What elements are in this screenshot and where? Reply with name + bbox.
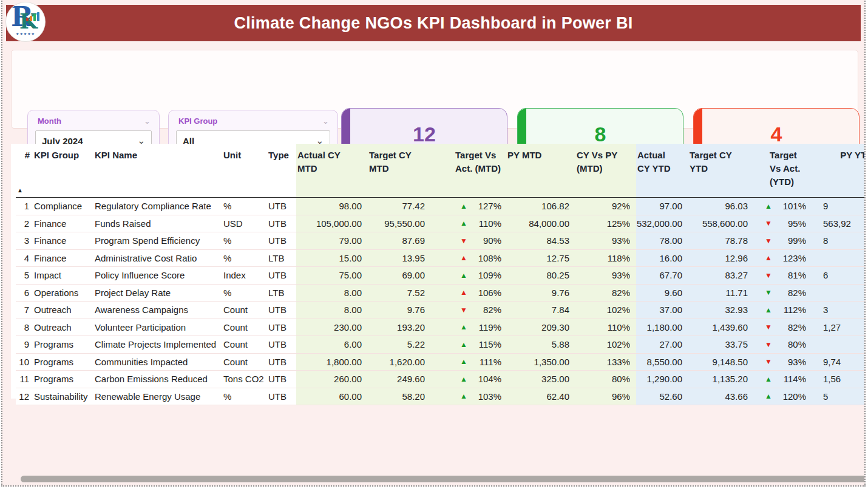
column-header-py_mtd[interactable]: PY MTD bbox=[506, 144, 575, 197]
cell-tva_mtd: ▲111% bbox=[431, 354, 506, 371]
chevron-down-icon[interactable]: ⌄ bbox=[144, 118, 151, 124]
filter-card-panel: Month ⌄ July 2024 ⌄ KPI Group ⌄ All ⌄ bbox=[11, 50, 858, 129]
cell-target_mtd: 13.95 bbox=[368, 250, 431, 267]
table-row[interactable]: 3FinanceProgram Spend Efficiency%UTB79.0… bbox=[16, 232, 866, 250]
variance-percent: 80% bbox=[778, 339, 806, 349]
cell-unit: USD bbox=[222, 215, 267, 232]
cell-actual_mtd: 6.00 bbox=[296, 336, 368, 353]
cell-num: 6 bbox=[16, 285, 33, 302]
cell-name: Renewable Energy Usage bbox=[93, 388, 222, 405]
column-header-label: KPI Name bbox=[95, 149, 137, 162]
cell-type: UTB bbox=[267, 354, 296, 371]
table-row[interactable]: 1ComplianceRegulatory Compliance Rate%UT… bbox=[16, 198, 866, 215]
cell-actual_ytd: 78.00 bbox=[636, 232, 688, 249]
triangle-down-icon: ▼ bbox=[460, 306, 473, 314]
table-row[interactable]: 2FinanceFunds RaisedUSDUTB105,000.0095,5… bbox=[16, 215, 866, 233]
column-header-tva_ytd[interactable]: Target Vs Act. (YTD) bbox=[754, 144, 811, 197]
triangle-up-icon: ▲ bbox=[460, 219, 473, 228]
column-header-cyvpy_mtd[interactable]: CY Vs PY (MTD) bbox=[575, 144, 636, 197]
cell-py_ytd: 1,56 bbox=[811, 371, 866, 388]
cell-num: 10 bbox=[16, 354, 33, 371]
table-row[interactable]: 11ProgramsCarbon Emissions ReducedTons C… bbox=[16, 371, 866, 388]
column-header-actual_mtd[interactable]: Actual CY MTD bbox=[296, 144, 368, 197]
table-header-row: #▲KPI GroupKPI NameUnitTypeActual CY MTD… bbox=[16, 144, 866, 198]
column-header-group[interactable]: KPI Group bbox=[33, 144, 93, 197]
triangle-up-icon: ▲ bbox=[460, 254, 473, 262]
cell-py_mtd: 5.88 bbox=[506, 336, 575, 353]
cell-target_ytd: 96.03 bbox=[688, 198, 754, 215]
table-row[interactable]: 7OutreachAwareness CampaignsCountUTB8.00… bbox=[16, 302, 866, 319]
cell-target_mtd: 87.69 bbox=[368, 232, 431, 249]
cell-type: UTB bbox=[267, 215, 296, 232]
cell-name: Administrative Cost Ratio bbox=[93, 250, 222, 267]
table-row[interactable]: 10ProgramsCommunities ImpactedCountUTB1,… bbox=[16, 354, 866, 371]
variance-percent: 103% bbox=[473, 391, 501, 402]
cell-actual_mtd: 260.00 bbox=[296, 371, 368, 388]
cell-py_mtd: 7.84 bbox=[506, 302, 575, 319]
cell-name: Volunteer Participation bbox=[93, 319, 222, 336]
table-row[interactable]: 9ProgramsClimate Projects ImplementedCou… bbox=[16, 336, 866, 354]
cell-unit: Index bbox=[222, 267, 267, 284]
column-header-num[interactable]: #▲ bbox=[16, 144, 33, 197]
column-header-label: KPI Group bbox=[34, 149, 79, 162]
table-row[interactable]: 5ImpactPolicy Influence ScoreIndexUTB75.… bbox=[16, 267, 866, 285]
variance-percent: 82% bbox=[778, 288, 806, 298]
cell-type: UTB bbox=[267, 388, 296, 405]
variance-percent: 104% bbox=[473, 374, 501, 384]
table-row[interactable]: 6OperationsProject Delay Rate%LTB8.007.5… bbox=[16, 285, 866, 302]
cell-num: 2 bbox=[16, 215, 33, 232]
variance-percent: 90% bbox=[473, 235, 501, 246]
cell-py_mtd: 84.53 bbox=[506, 232, 575, 249]
cell-target_ytd: 1,135.20 bbox=[688, 371, 754, 388]
table-body: 1ComplianceRegulatory Compliance Rate%UT… bbox=[16, 198, 866, 405]
cell-target_mtd: 5.22 bbox=[368, 336, 431, 353]
cell-py_mtd: 325.00 bbox=[506, 371, 575, 388]
cell-actual_mtd: 8.00 bbox=[296, 285, 368, 302]
column-header-type[interactable]: Type bbox=[267, 144, 296, 197]
column-header-actual_ytd[interactable]: Actual CY YTD bbox=[636, 144, 688, 197]
cell-tva_mtd: ▼90% bbox=[431, 232, 506, 249]
triangle-up-icon: ▲ bbox=[460, 340, 473, 349]
variance-percent: 101% bbox=[778, 201, 806, 211]
horizontal-scrollbar-thumb[interactable] bbox=[21, 476, 866, 482]
logo-stars: ★★★★★ bbox=[6, 32, 45, 36]
column-header-target_ytd[interactable]: Target CY YTD bbox=[688, 144, 754, 197]
table-row[interactable]: 4FinanceAdministrative Cost Ratio%LTB15.… bbox=[16, 250, 866, 268]
cell-num: 11 bbox=[16, 371, 33, 388]
cell-type: UTB bbox=[267, 267, 296, 284]
table-row[interactable]: 12SustainabilityRenewable Energy Usage%U… bbox=[16, 388, 866, 406]
app-header: Climate Change NGOs KPI Dashboard in Pow… bbox=[6, 5, 861, 41]
cell-actual_ytd: 8,550.00 bbox=[636, 354, 688, 371]
cell-py_ytd: 8 bbox=[811, 232, 866, 249]
cell-type: UTB bbox=[267, 198, 296, 215]
kpi-group-slicer-label: KPI Group bbox=[178, 116, 217, 126]
variance-percent: 115% bbox=[473, 339, 501, 349]
column-header-py_ytd[interactable]: PY YTD bbox=[811, 144, 866, 197]
cell-cyvpy_mtd: 102% bbox=[575, 302, 636, 319]
triangle-down-icon: ▼ bbox=[765, 271, 778, 280]
variance-percent: 120% bbox=[778, 391, 806, 402]
column-header-unit[interactable]: Unit bbox=[222, 144, 267, 197]
table-row[interactable]: 8OutreachVolunteer ParticipationCountUTB… bbox=[16, 319, 866, 337]
column-header-name[interactable]: KPI Name bbox=[93, 144, 222, 197]
cell-name: Regulatory Compliance Rate bbox=[93, 198, 222, 215]
column-header-tva_mtd[interactable]: Target Vs Act. (MTD) bbox=[431, 144, 506, 197]
cell-unit: Count bbox=[222, 302, 267, 319]
cell-tva_mtd: ▲127% bbox=[431, 198, 506, 215]
triangle-up-icon: ▲ bbox=[460, 271, 473, 280]
cell-target_ytd: 32.93 bbox=[688, 302, 754, 319]
variance-percent: 82% bbox=[473, 305, 501, 315]
column-header-target_mtd[interactable]: Target CY MTD bbox=[368, 144, 431, 197]
cell-tva_ytd: ▲101% bbox=[754, 198, 811, 215]
cell-py_mtd: 62.40 bbox=[506, 388, 575, 405]
cell-target_ytd: 9,148.50 bbox=[688, 354, 754, 371]
cell-name: Policy Influence Score bbox=[93, 267, 222, 284]
cell-actual_ytd: 97.00 bbox=[636, 198, 688, 215]
column-header-label: Target CY YTD bbox=[690, 149, 738, 175]
chevron-down-icon[interactable]: ⌄ bbox=[322, 118, 329, 124]
cell-name: Communities Impacted bbox=[93, 354, 222, 371]
variance-percent: 119% bbox=[473, 322, 501, 332]
total-kpis-value: 12 bbox=[413, 123, 436, 146]
column-header-label: PY MTD bbox=[507, 149, 541, 162]
logo-bar bbox=[37, 12, 39, 21]
